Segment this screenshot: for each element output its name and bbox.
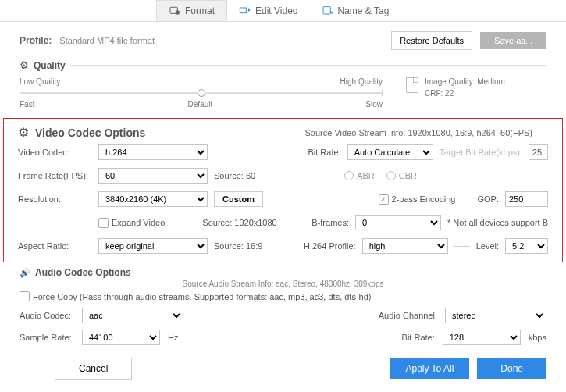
gop-label: GOP:	[477, 194, 499, 204]
save-as-button[interactable]: Save as...	[480, 32, 546, 49]
sample-rate-label: Sample Rate:	[20, 333, 74, 342]
aspect-ratio-select[interactable]: keep original	[98, 238, 208, 254]
video-codec-label: Video Codec:	[18, 148, 92, 157]
expand-video-checkbox[interactable]: Expand Video	[98, 218, 165, 228]
apply-to-all-button[interactable]: Apply To All	[390, 358, 469, 379]
image-quality-text: Image Quality: Medium	[425, 77, 505, 86]
kbps-label: kbps	[529, 333, 546, 342]
tab-label: Format	[185, 5, 215, 16]
quality-area: Low Quality High Quality Fast Default Sl…	[0, 77, 566, 116]
target-bitrate-input	[529, 144, 548, 160]
film-icon: ⚙	[18, 125, 29, 140]
svg-rect-2	[240, 8, 246, 13]
high-quality-label: High Quality	[340, 77, 383, 86]
slider-thumb[interactable]	[198, 89, 205, 97]
aspect-ratio-source: Source: 16:9	[214, 241, 262, 251]
audio-codec-title: Audio Codec Options	[35, 267, 131, 278]
gear-icon	[169, 5, 181, 17]
gop-input[interactable]	[505, 191, 548, 207]
audio-channel-label: Audio Channel:	[379, 311, 437, 320]
fast-label: Fast	[20, 100, 34, 109]
tag-icon	[322, 5, 334, 17]
cbr-radio[interactable]: CBR	[386, 171, 417, 180]
bitrate-mode-radios: ABR CBR	[344, 171, 417, 180]
aspect-ratio-label: Aspect Ratio:	[18, 241, 92, 251]
quality-header: ⚙ Quality	[0, 59, 566, 71]
abr-radio[interactable]: ABR	[344, 171, 375, 180]
tab-label: Name & Tag	[338, 5, 390, 16]
resolution-select[interactable]: 3840x2160 (4K)	[98, 191, 208, 207]
audio-header: 🔊 Audio Codec Options	[0, 264, 566, 280]
quality-title: Quality	[34, 60, 66, 71]
low-quality-label: Low Quality	[20, 77, 60, 86]
default-label: Default	[188, 100, 213, 109]
hz-label: Hz	[168, 333, 178, 342]
level-label: Level:	[476, 241, 499, 251]
gear-icon: ⚙	[20, 59, 29, 71]
video-codec-title: Video Codec Options	[35, 127, 145, 139]
quality-slider-area: Low Quality High Quality Fast Default Sl…	[20, 77, 383, 109]
bitrate-label: Bit Rate:	[308, 148, 340, 157]
tab-label: Edit Video	[255, 5, 298, 16]
resolution-source: Source: 1920x1080	[202, 218, 276, 227]
resolution-label: Resolution:	[18, 194, 92, 204]
speaker-icon: 🔊	[20, 268, 30, 278]
tab-edit[interactable]: Edit Video	[227, 0, 310, 21]
done-button[interactable]: Done	[477, 358, 546, 379]
twopass-checkbox[interactable]: ✓2-pass Encoding	[379, 194, 456, 205]
svg-point-1	[176, 10, 180, 14]
slow-label: Slow	[365, 100, 383, 109]
svg-rect-3	[323, 6, 330, 13]
audio-bitrate-label: Bit Rate:	[402, 333, 435, 342]
document-icon	[406, 77, 418, 93]
h264-profile-select[interactable]: high	[362, 238, 448, 254]
profile-value: Standard MP4 file format	[59, 36, 155, 45]
fps-source: Source: 60	[214, 171, 255, 180]
footer: Cancel Apply To All Done	[0, 351, 566, 386]
profile-label: Profile:	[20, 35, 52, 46]
fps-select[interactable]: 60	[98, 168, 208, 184]
tabs: Format Edit Video Name & Tag	[0, 0, 566, 22]
tab-name-tag[interactable]: Name & Tag	[310, 0, 401, 21]
sample-rate-select[interactable]: 44100	[82, 330, 160, 345]
audio-bitrate-select[interactable]: 128	[443, 330, 521, 345]
quality-readout: Image Quality: Medium CRF: 22	[406, 77, 546, 109]
source-audio-info: Source Audio Stream Info: aac, Stereo, 4…	[0, 280, 566, 291]
bframes-note: * Not all devices support B	[447, 218, 548, 227]
scissors-icon	[239, 5, 251, 17]
bitrate-select[interactable]: Auto Calculate	[347, 144, 433, 160]
restore-defaults-button[interactable]: Restore Defaults	[391, 31, 472, 50]
audio-channel-select[interactable]: stereo	[445, 308, 546, 323]
target-bitrate-label: Target Bit Rate(kbps):	[440, 148, 522, 157]
force-copy-checkbox[interactable]: Force Copy (Pass through audio streams. …	[20, 291, 371, 301]
quality-slider[interactable]	[20, 87, 383, 98]
bframes-label: B-frames:	[311, 218, 349, 227]
level-select[interactable]: 5.2	[505, 238, 548, 254]
audio-codec-label: Audio Codec:	[20, 311, 74, 320]
profile-row: Profile: Standard MP4 file format Restor…	[0, 22, 566, 59]
bframes-select[interactable]: 0	[355, 215, 441, 230]
source-video-info: Source Video Stream Info: 1920x1080, 16:…	[305, 128, 532, 137]
crf-text: CRF: 22	[425, 89, 505, 98]
h264-profile-label: H.264 Profile:	[304, 241, 356, 251]
audio-body: Force Copy (Pass through audio streams. …	[0, 291, 566, 345]
fps-label: Frame Rate(FPS):	[18, 171, 92, 180]
video-codec-section: ⚙ Video Codec Options Source Video Strea…	[3, 118, 563, 262]
audio-codec-select[interactable]: aac	[82, 308, 183, 323]
cancel-button[interactable]: Cancel	[55, 358, 132, 380]
custom-button[interactable]: Custom	[214, 191, 263, 207]
tab-format[interactable]: Format	[156, 0, 227, 21]
video-codec-select[interactable]: h.264	[98, 144, 208, 160]
